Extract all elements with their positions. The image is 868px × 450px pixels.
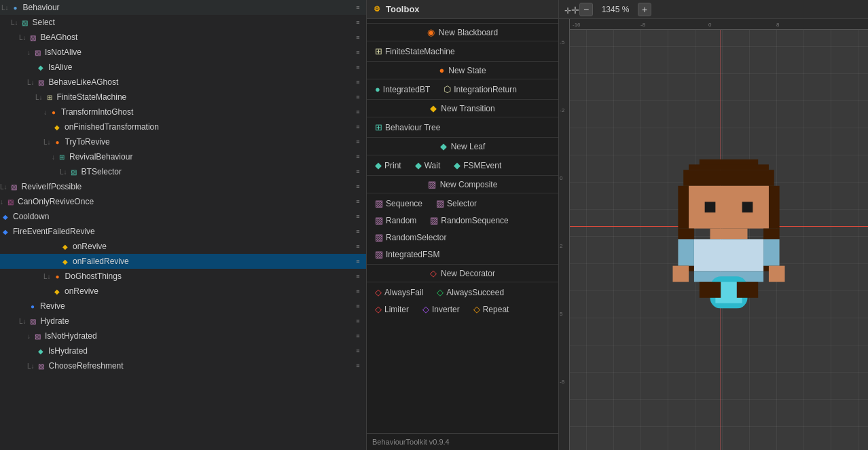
toolbox-item-behaviour-tree[interactable]: ⊞ Behaviour Tree — [372, 121, 443, 134]
tree-row[interactable]: ◆Cooldown≡ — [0, 209, 366, 224]
toolbox-section-header[interactable]: ▨ New Composite — [367, 175, 558, 193]
tree-scroll-btn[interactable]: ≡ — [352, 224, 363, 239]
tree-row[interactable]: ◆onFailedRevive≡ — [0, 254, 366, 269]
tree-scroll-btn[interactable]: ≡ — [352, 284, 363, 299]
toolbox-item-inverter[interactable]: ◇ Inverter — [420, 303, 463, 316]
tree-connector: L↓ — [60, 168, 67, 176]
toolbox-section-header[interactable]: ◆ New Transition — [367, 99, 558, 117]
tree-row[interactable]: L↓●DoGhostThings≡ — [0, 269, 366, 284]
tree-scroll-btn[interactable]: ≡ — [352, 149, 363, 164]
tree-scroll-btn[interactable]: ≡ — [352, 45, 363, 60]
tree-row[interactable]: ◆onFinishedTransformation≡ — [0, 119, 366, 134]
canvas-area[interactable]: -16 -8 0 8 -5 -2 0 2 5 -8 — [559, 19, 868, 450]
tree-row[interactable]: ◆IsHydrated≡ — [0, 343, 366, 358]
toolbox-item-alwayssucceed[interactable]: ◇ AlwaysSucceed — [434, 286, 507, 299]
tree-scroll-btn[interactable]: ≡ — [352, 209, 363, 224]
tree-scroll-btn[interactable]: ≡ — [352, 254, 363, 269]
tree-row[interactable]: L↓●Behaviour≡ — [0, 0, 366, 15]
tree-row[interactable]: ◆onRevive≡ — [0, 239, 366, 254]
tree-row[interactable]: L↓▨Hydrate≡ — [0, 314, 366, 329]
toolbox-section-header[interactable]: ◇ New Decorator — [367, 264, 558, 282]
tree-row[interactable]: ●Revive≡ — [0, 299, 366, 314]
toolbox-section-header[interactable]: ◆ New Leaf — [367, 137, 558, 155]
toolbox-item-integratedfsm[interactable]: ▨ IntegratedFSM — [372, 248, 442, 261]
tree-row[interactable]: L↓▨BehaveLikeAGhost≡ — [0, 75, 366, 90]
tree-row[interactable]: ↓▨IsNotHydrated≡ — [0, 329, 366, 343]
tree-row[interactable]: L↓⊞FiniteStateMachine≡ — [0, 90, 366, 105]
toolbox-items-row: ● IntegratedBT⬡ IntegrationReturn — [367, 81, 558, 98]
section-icon: ◉ — [427, 27, 435, 37]
tree-row[interactable]: L↓▨ReviveIfPossible≡ — [0, 179, 366, 194]
toolbox-item-sequence[interactable]: ▨ Sequence — [372, 197, 425, 210]
toolbox-item-wait[interactable]: ◆ Wait — [412, 159, 444, 172]
toolbox-title: Toolbox — [386, 4, 420, 14]
svg-rect-7 — [742, 202, 753, 212]
tree-item-icon: ● — [10, 2, 21, 13]
tree-scroll-btn[interactable]: ≡ — [352, 90, 363, 105]
tree-scroll-btn[interactable]: ≡ — [352, 119, 363, 134]
tree-item-icon: ▨ — [36, 360, 47, 371]
tree-scroll-btn[interactable]: ≡ — [352, 299, 363, 314]
tree-item-icon: ● — [48, 107, 59, 117]
section-label: New State — [448, 66, 486, 75]
tree-scroll-btn[interactable]: ≡ — [352, 75, 363, 90]
tree-row[interactable]: L↓▨ChooseRefreshment≡ — [0, 358, 366, 373]
tree-row[interactable]: ↓⊞RevivalBehaviour≡ — [0, 149, 366, 164]
tree-item-icon: ▨ — [32, 331, 43, 341]
toolbox-section-header[interactable]: ◉ New Blackboard — [367, 23, 558, 41]
tree-scroll-btn[interactable]: ≡ — [352, 343, 363, 358]
tree-row[interactable]: L↓▨BeAGhost≡ — [0, 30, 366, 45]
tree-row[interactable]: ◆onRevive≡ — [0, 284, 366, 299]
tree-scroll-btn[interactable]: ≡ — [352, 105, 363, 119]
item-icon: ⊞ — [375, 122, 382, 132]
toolbox-items-row: ▨ RandomSelector — [367, 229, 558, 246]
toolbox-item-finitestatemachine[interactable]: ⊞ FiniteStateMachine — [372, 45, 458, 58]
tree-connector: L↓ — [19, 34, 26, 41]
tree-scroll-btn[interactable]: ≡ — [352, 134, 363, 149]
toolbox-item-fsmevent[interactable]: ◆ FSMEvent — [451, 159, 504, 172]
section-label: New Leaf — [451, 142, 486, 151]
tree-row[interactable]: L↓▨Select≡ — [0, 15, 366, 30]
toolbox-item-limiter[interactable]: ◇ Limiter — [372, 303, 412, 316]
tree-scroll-btn[interactable]: ≡ — [352, 269, 363, 284]
tree-row[interactable]: L↓▨BTSelector≡ — [0, 164, 366, 179]
toolbox-item-random[interactable]: ▨ Random — [372, 214, 419, 227]
tree-item-icon: ▨ — [9, 181, 20, 192]
tree-scroll-btn[interactable]: ≡ — [352, 239, 363, 254]
tree-row[interactable]: ◆IsAlive≡ — [0, 60, 366, 75]
tree-scroll-btn[interactable]: ≡ — [352, 30, 363, 45]
tree-scroll-btn[interactable]: ≡ — [352, 0, 363, 15]
toolbox-item-alwaysfail[interactable]: ◇ AlwaysFail — [372, 286, 426, 299]
item-icon: ▨ — [430, 215, 438, 225]
toolbox-item-print[interactable]: ◆ Print — [372, 159, 404, 172]
toolbox-section-header[interactable]: ● New State — [367, 61, 558, 79]
tree-scroll-btn[interactable]: ≡ — [352, 15, 363, 30]
tree-scroll-btn[interactable]: ≡ — [352, 179, 363, 194]
tree-scroll-btn[interactable]: ≡ — [352, 194, 363, 209]
zoom-out-button[interactable]: − — [579, 3, 593, 16]
toolbox-item-randomsequence[interactable]: ▨ RandomSequence — [427, 214, 511, 227]
tree-row[interactable]: L↓●TryToRevive≡ — [0, 134, 366, 149]
tree-container[interactable]: L↓●Behaviour≡L↓▨Select≡L↓▨BeAGhost≡↓▨IsN… — [0, 0, 366, 450]
section-icon: ◆ — [440, 141, 447, 151]
toolbox-item-selector[interactable]: ▨ Selector — [433, 197, 480, 210]
pixel-sprite — [661, 159, 797, 308]
item-label: FSMEvent — [463, 161, 501, 170]
tree-row[interactable]: ↓●TransformIntoGhost≡ — [0, 105, 366, 119]
toolbox-item-randomselector[interactable]: ▨ RandomSelector — [372, 231, 449, 244]
zoom-in-button[interactable]: + — [638, 3, 651, 16]
toolbox-body[interactable]: ◉ New Blackboard⊞ FiniteStateMachine● Ne… — [367, 19, 558, 433]
toolbox-item-integratedbt[interactable]: ● IntegratedBT — [372, 83, 433, 96]
tree-scroll-btn[interactable]: ≡ — [352, 358, 363, 373]
tree-scroll-btn[interactable]: ≡ — [352, 164, 363, 179]
toolbox-item-repeat[interactable]: ◇ Repeat — [471, 303, 512, 316]
tree-row[interactable]: ↓▨IsNotAlive≡ — [0, 45, 366, 60]
tree-scroll-btn[interactable]: ≡ — [352, 329, 363, 343]
tree-scroll-btn[interactable]: ≡ — [352, 314, 363, 329]
tree-row[interactable]: ↓▨CanOnlyReviveOnce≡ — [0, 194, 366, 209]
toolbox-items-row: ◆ Print◆ Wait◆ FSMEvent — [367, 157, 558, 174]
tree-row[interactable]: ◆FireEventFailedRevive≡ — [0, 224, 366, 239]
tree-scroll-btn[interactable]: ≡ — [352, 60, 363, 75]
toolbox-item-integrationreturn[interactable]: ⬡ IntegrationReturn — [441, 83, 520, 96]
svg-rect-2 — [683, 170, 774, 186]
